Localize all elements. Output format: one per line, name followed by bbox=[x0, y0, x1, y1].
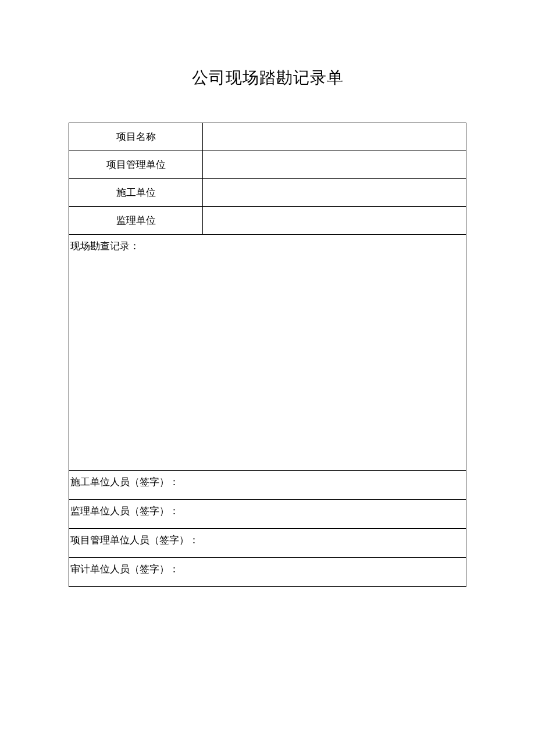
supervision-unit-label: 监理单位 bbox=[69, 207, 203, 235]
table-row: 施工单位人员（签字）： bbox=[69, 471, 466, 500]
pm-unit-value[interactable] bbox=[203, 151, 466, 179]
construction-signature-cell[interactable]: 施工单位人员（签字）： bbox=[69, 471, 466, 500]
survey-record-cell[interactable]: 现场勘查记录： bbox=[69, 235, 466, 471]
document-title: 公司现场踏勘记录单 bbox=[69, 67, 466, 89]
pm-signature-cell[interactable]: 项目管理单位人员（签字）： bbox=[69, 529, 466, 558]
table-row: 审计单位人员（签字）： bbox=[69, 558, 466, 587]
project-name-value[interactable] bbox=[203, 123, 466, 151]
table-row: 监理单位人员（签字）： bbox=[69, 500, 466, 529]
audit-signature-cell[interactable]: 审计单位人员（签字）： bbox=[69, 558, 466, 587]
table-row: 项目管理单位人员（签字）： bbox=[69, 529, 466, 558]
table-row: 监理单位 bbox=[69, 207, 466, 235]
table-row: 项目名称 bbox=[69, 123, 466, 151]
supervision-signature-cell[interactable]: 监理单位人员（签字）： bbox=[69, 500, 466, 529]
table-row: 施工单位 bbox=[69, 179, 466, 207]
record-form-table: 项目名称 项目管理单位 施工单位 监理单位 现场勘查记录： 施工单位人员（签字）… bbox=[69, 123, 466, 587]
pm-unit-label: 项目管理单位 bbox=[69, 151, 203, 179]
project-name-label: 项目名称 bbox=[69, 123, 203, 151]
construction-unit-label: 施工单位 bbox=[69, 179, 203, 207]
construction-unit-value[interactable] bbox=[203, 179, 466, 207]
table-row: 现场勘查记录： bbox=[69, 235, 466, 471]
supervision-unit-value[interactable] bbox=[203, 207, 466, 235]
table-row: 项目管理单位 bbox=[69, 151, 466, 179]
